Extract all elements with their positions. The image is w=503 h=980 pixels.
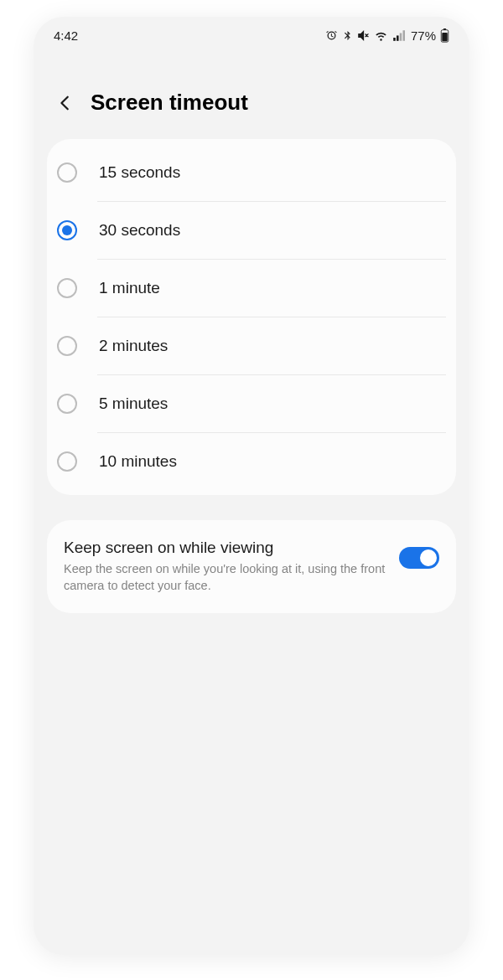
mute-icon: [357, 29, 370, 42]
timeout-option-30s[interactable]: 30 seconds: [47, 202, 456, 259]
radio-icon: [57, 336, 77, 356]
battery-icon: [440, 28, 449, 43]
option-label: 5 minutes: [99, 395, 439, 413]
keep-screen-description: Keep the screen on while you're looking …: [64, 560, 387, 595]
radio-icon: [57, 394, 77, 414]
status-indicators: 77%: [325, 28, 449, 43]
status-bar: 4:42 77%: [34, 17, 469, 49]
svg-rect-1: [443, 28, 446, 30]
timeout-option-15s[interactable]: 15 seconds: [47, 144, 456, 201]
battery-percentage: 77%: [411, 28, 436, 43]
back-icon[interactable]: [54, 91, 77, 115]
radio-icon: [57, 451, 77, 472]
page-header: Screen timeout: [34, 49, 469, 134]
alarm-icon: [325, 29, 338, 42]
radio-icon: [57, 278, 77, 298]
keep-screen-toggle[interactable]: [399, 547, 439, 569]
signal-icon: [392, 29, 405, 42]
timeout-options-card: 15 seconds 30 seconds 1 minute 2 minutes…: [47, 139, 456, 495]
option-label: 15 seconds: [99, 163, 439, 182]
option-label: 1 minute: [99, 279, 439, 297]
timeout-option-5m[interactable]: 5 minutes: [47, 375, 456, 432]
phone-frame: 4:42 77% Screen ti: [34, 17, 469, 955]
keep-screen-title: Keep screen on while viewing: [64, 539, 387, 557]
wifi-icon: [374, 29, 388, 42]
timeout-option-1m[interactable]: 1 minute: [47, 260, 456, 317]
option-label: 2 minutes: [99, 337, 439, 355]
option-label: 10 minutes: [99, 452, 439, 471]
page-title: Screen timeout: [91, 90, 248, 116]
timeout-option-10m[interactable]: 10 minutes: [47, 433, 456, 490]
keep-screen-text: Keep screen on while viewing Keep the sc…: [64, 539, 387, 595]
radio-icon: [57, 162, 77, 183]
svg-rect-2: [442, 33, 447, 41]
keep-screen-card: Keep screen on while viewing Keep the sc…: [47, 520, 456, 613]
timeout-option-2m[interactable]: 2 minutes: [47, 317, 456, 374]
status-time: 4:42: [54, 28, 78, 43]
option-label: 30 seconds: [99, 221, 439, 240]
radio-icon-selected: [57, 220, 77, 240]
bluetooth-icon: [342, 29, 353, 42]
